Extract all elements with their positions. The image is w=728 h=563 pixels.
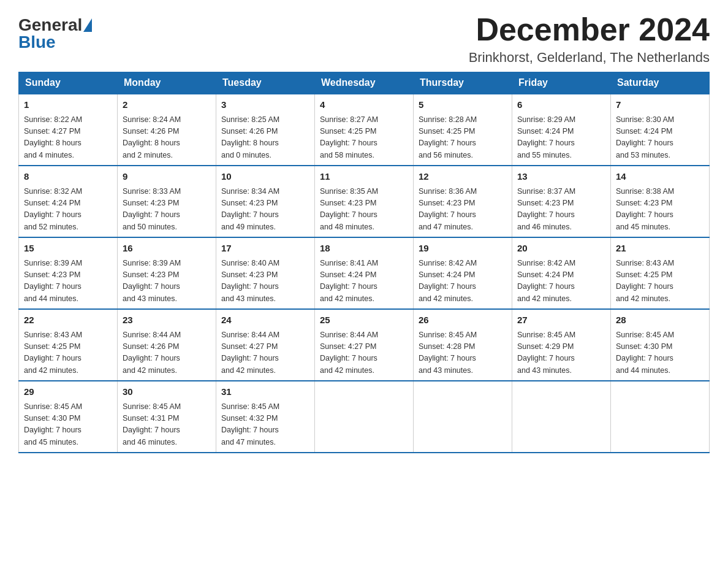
day-info: Sunrise: 8:39 AMSunset: 4:23 PMDaylight:…	[24, 258, 112, 305]
day-number: 2	[123, 98, 211, 112]
day-number: 13	[517, 170, 605, 184]
day-info: Sunrise: 8:32 AMSunset: 4:24 PMDaylight:…	[24, 186, 112, 234]
page-header: General Blue December 2024 Brinkhorst, G…	[18, 12, 710, 66]
day-info: Sunrise: 8:28 AMSunset: 4:25 PMDaylight:…	[419, 114, 507, 162]
day-info: Sunrise: 8:25 AMSunset: 4:26 PMDaylight:…	[221, 114, 309, 162]
weekday-header-thursday: Thursday	[414, 72, 512, 94]
day-number: 15	[24, 242, 112, 256]
day-info: Sunrise: 8:45 AMSunset: 4:30 PMDaylight:…	[24, 401, 112, 449]
calendar-day-cell: 16Sunrise: 8:39 AMSunset: 4:23 PMDayligh…	[118, 237, 216, 309]
calendar-day-cell: 23Sunrise: 8:44 AMSunset: 4:26 PMDayligh…	[118, 309, 216, 381]
calendar-day-cell: 20Sunrise: 8:42 AMSunset: 4:24 PMDayligh…	[512, 237, 611, 309]
calendar-day-cell: 3Sunrise: 8:25 AMSunset: 4:26 PMDaylight…	[216, 94, 315, 166]
day-info: Sunrise: 8:33 AMSunset: 4:23 PMDaylight:…	[123, 186, 211, 234]
calendar-day-cell: 31Sunrise: 8:45 AMSunset: 4:32 PMDayligh…	[216, 381, 315, 453]
day-number: 14	[616, 170, 704, 184]
logo-triangle-icon	[83, 18, 92, 32]
day-number: 17	[221, 242, 309, 256]
calendar-day-cell	[315, 381, 414, 453]
day-info: Sunrise: 8:36 AMSunset: 4:23 PMDaylight:…	[419, 186, 507, 234]
calendar-day-cell: 6Sunrise: 8:29 AMSunset: 4:24 PMDaylight…	[512, 94, 611, 166]
day-number: 8	[24, 170, 112, 184]
calendar-day-cell: 13Sunrise: 8:37 AMSunset: 4:23 PMDayligh…	[512, 166, 611, 237]
weekday-header-monday: Monday	[118, 72, 216, 94]
day-info: Sunrise: 8:44 AMSunset: 4:26 PMDaylight:…	[123, 329, 211, 377]
day-info: Sunrise: 8:29 AMSunset: 4:24 PMDaylight:…	[517, 114, 605, 162]
day-info: Sunrise: 8:42 AMSunset: 4:24 PMDaylight:…	[517, 258, 605, 305]
weekday-header-row: SundayMondayTuesdayWednesdayThursdayFrid…	[19, 72, 710, 94]
calendar-day-cell: 26Sunrise: 8:45 AMSunset: 4:28 PMDayligh…	[414, 309, 512, 381]
day-info: Sunrise: 8:22 AMSunset: 4:27 PMDaylight:…	[24, 114, 112, 162]
calendar-day-cell: 27Sunrise: 8:45 AMSunset: 4:29 PMDayligh…	[512, 309, 611, 381]
calendar-day-cell: 10Sunrise: 8:34 AMSunset: 4:23 PMDayligh…	[216, 166, 315, 237]
calendar-day-cell: 12Sunrise: 8:36 AMSunset: 4:23 PMDayligh…	[414, 166, 512, 237]
day-number: 31	[221, 385, 309, 399]
day-number: 19	[419, 242, 507, 256]
calendar-week-row: 8Sunrise: 8:32 AMSunset: 4:24 PMDaylight…	[19, 166, 710, 237]
day-number: 9	[123, 170, 211, 184]
calendar-day-cell: 9Sunrise: 8:33 AMSunset: 4:23 PMDaylight…	[118, 166, 216, 237]
day-number: 6	[517, 98, 605, 112]
day-number: 24	[221, 313, 309, 327]
day-number: 28	[616, 313, 704, 327]
day-info: Sunrise: 8:43 AMSunset: 4:25 PMDaylight:…	[616, 258, 704, 305]
day-info: Sunrise: 8:38 AMSunset: 4:23 PMDaylight:…	[616, 186, 704, 234]
logo-blue-text: Blue	[18, 33, 56, 52]
day-number: 11	[320, 170, 408, 184]
calendar-week-row: 22Sunrise: 8:43 AMSunset: 4:25 PMDayligh…	[19, 309, 710, 381]
day-number: 23	[123, 313, 211, 327]
calendar-day-cell: 28Sunrise: 8:45 AMSunset: 4:30 PMDayligh…	[611, 309, 710, 381]
day-number: 5	[419, 98, 507, 112]
day-info: Sunrise: 8:35 AMSunset: 4:23 PMDaylight:…	[320, 186, 408, 234]
weekday-header-saturday: Saturday	[611, 72, 710, 94]
day-info: Sunrise: 8:40 AMSunset: 4:23 PMDaylight:…	[221, 258, 309, 305]
calendar-day-cell: 4Sunrise: 8:27 AMSunset: 4:25 PMDaylight…	[315, 94, 414, 166]
calendar-table: SundayMondayTuesdayWednesdayThursdayFrid…	[18, 72, 710, 453]
day-number: 16	[123, 242, 211, 256]
calendar-day-cell: 18Sunrise: 8:41 AMSunset: 4:24 PMDayligh…	[315, 237, 414, 309]
day-info: Sunrise: 8:44 AMSunset: 4:27 PMDaylight:…	[320, 329, 408, 377]
day-info: Sunrise: 8:42 AMSunset: 4:24 PMDaylight:…	[419, 258, 507, 305]
day-info: Sunrise: 8:45 AMSunset: 4:28 PMDaylight:…	[419, 329, 507, 377]
day-number: 20	[517, 242, 605, 256]
calendar-day-cell	[512, 381, 611, 453]
calendar-day-cell: 2Sunrise: 8:24 AMSunset: 4:26 PMDaylight…	[118, 94, 216, 166]
day-number: 29	[24, 385, 112, 399]
day-info: Sunrise: 8:45 AMSunset: 4:30 PMDaylight:…	[616, 329, 704, 377]
calendar-day-cell: 5Sunrise: 8:28 AMSunset: 4:25 PMDaylight…	[414, 94, 512, 166]
day-info: Sunrise: 8:44 AMSunset: 4:27 PMDaylight:…	[221, 329, 309, 377]
weekday-header-sunday: Sunday	[19, 72, 118, 94]
calendar-day-cell	[611, 381, 710, 453]
calendar-week-row: 1Sunrise: 8:22 AMSunset: 4:27 PMDaylight…	[19, 94, 710, 166]
title-area: December 2024 Brinkhorst, Gelderland, Th…	[469, 12, 710, 66]
day-number: 10	[221, 170, 309, 184]
calendar-day-cell: 17Sunrise: 8:40 AMSunset: 4:23 PMDayligh…	[216, 237, 315, 309]
day-info: Sunrise: 8:45 AMSunset: 4:29 PMDaylight:…	[517, 329, 605, 377]
calendar-day-cell	[414, 381, 512, 453]
calendar-day-cell: 21Sunrise: 8:43 AMSunset: 4:25 PMDayligh…	[611, 237, 710, 309]
day-info: Sunrise: 8:34 AMSunset: 4:23 PMDaylight:…	[221, 186, 309, 234]
day-number: 3	[221, 98, 309, 112]
day-info: Sunrise: 8:39 AMSunset: 4:23 PMDaylight:…	[123, 258, 211, 305]
calendar-day-cell: 11Sunrise: 8:35 AMSunset: 4:23 PMDayligh…	[315, 166, 414, 237]
calendar-day-cell: 1Sunrise: 8:22 AMSunset: 4:27 PMDaylight…	[19, 94, 118, 166]
calendar-day-cell: 15Sunrise: 8:39 AMSunset: 4:23 PMDayligh…	[19, 237, 118, 309]
location-subtitle: Brinkhorst, Gelderland, The Netherlands	[469, 50, 710, 66]
day-number: 27	[517, 313, 605, 327]
day-number: 30	[123, 385, 211, 399]
day-info: Sunrise: 8:43 AMSunset: 4:25 PMDaylight:…	[24, 329, 112, 377]
calendar-day-cell: 19Sunrise: 8:42 AMSunset: 4:24 PMDayligh…	[414, 237, 512, 309]
day-number: 7	[616, 98, 704, 112]
calendar-day-cell: 24Sunrise: 8:44 AMSunset: 4:27 PMDayligh…	[216, 309, 315, 381]
day-number: 12	[419, 170, 507, 184]
calendar-day-cell: 8Sunrise: 8:32 AMSunset: 4:24 PMDaylight…	[19, 166, 118, 237]
calendar-day-cell: 7Sunrise: 8:30 AMSunset: 4:24 PMDaylight…	[611, 94, 710, 166]
weekday-header-tuesday: Tuesday	[216, 72, 315, 94]
day-number: 25	[320, 313, 408, 327]
day-number: 1	[24, 98, 112, 112]
day-info: Sunrise: 8:27 AMSunset: 4:25 PMDaylight:…	[320, 114, 408, 162]
weekday-header-friday: Friday	[512, 72, 611, 94]
calendar-day-cell: 25Sunrise: 8:44 AMSunset: 4:27 PMDayligh…	[315, 309, 414, 381]
calendar-day-cell: 22Sunrise: 8:43 AMSunset: 4:25 PMDayligh…	[19, 309, 118, 381]
day-number: 21	[616, 242, 704, 256]
